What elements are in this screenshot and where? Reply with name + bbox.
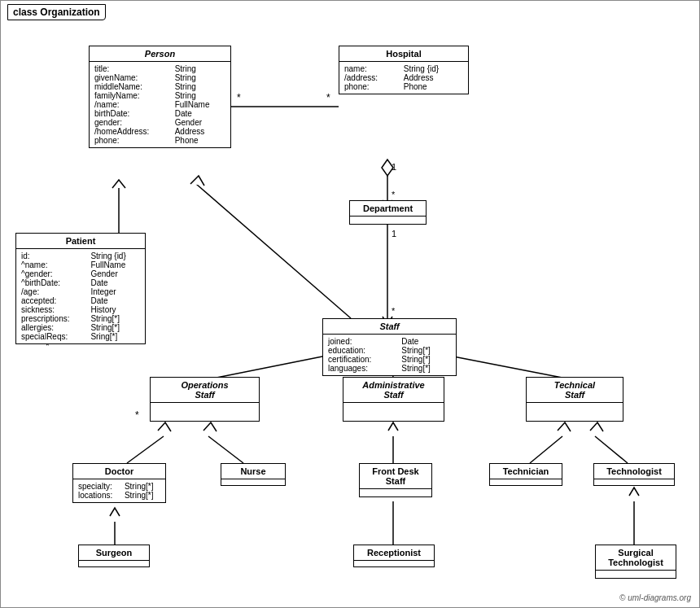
staff-title: Staff bbox=[323, 319, 456, 335]
receptionist-title: Receptionist bbox=[354, 545, 434, 561]
svg-text:*: * bbox=[392, 190, 396, 199]
doctor-box: Doctor specialty:String[*] locations:Str… bbox=[72, 463, 166, 503]
staff-attrs: joined:Date education:String[*] certific… bbox=[323, 335, 456, 375]
diagram-title: class Organization bbox=[7, 4, 106, 20]
department-box: Department bbox=[349, 200, 427, 225]
department-title: Department bbox=[350, 201, 426, 217]
svg-marker-4 bbox=[382, 160, 393, 176]
receptionist-box: Receptionist bbox=[353, 545, 435, 567]
person-box: Person title:String givenName:String mid… bbox=[89, 46, 231, 148]
surgeon-title: Surgeon bbox=[79, 545, 149, 561]
svg-line-11 bbox=[196, 184, 351, 318]
nurse-title: Nurse bbox=[221, 464, 285, 479]
hospital-box: Hospital name:String {id} /address:Addre… bbox=[339, 46, 469, 94]
svg-text:*: * bbox=[326, 92, 330, 103]
svg-line-16 bbox=[208, 436, 243, 463]
hospital-title: Hospital bbox=[339, 46, 468, 62]
copyright: © uml-diagrams.org bbox=[619, 593, 691, 602]
technologist-title: Technologist bbox=[594, 464, 674, 479]
doctor-title: Doctor bbox=[73, 464, 165, 479]
svg-line-19 bbox=[595, 436, 628, 463]
svg-text:1: 1 bbox=[392, 229, 396, 238]
patient-title: Patient bbox=[16, 234, 145, 249]
technical-staff-box: Technical Staff bbox=[526, 377, 623, 422]
nurse-box: Nurse bbox=[221, 463, 286, 486]
doctor-attrs: specialty:String[*] locations:String[*] bbox=[73, 479, 165, 502]
person-attrs: title:String givenName:String middleName… bbox=[90, 62, 230, 147]
operations-staff-box: Operations Staff bbox=[150, 377, 260, 422]
administrative-staff-title: Administrative Staff bbox=[343, 378, 444, 403]
front-desk-staff-box: Front Desk Staff bbox=[359, 463, 432, 497]
svg-text:*: * bbox=[392, 306, 396, 316]
operations-staff-title: Operations Staff bbox=[151, 378, 259, 403]
technical-staff-title: Technical Staff bbox=[527, 378, 623, 403]
technician-box: Technician bbox=[489, 463, 562, 486]
patient-box: Patient id:String {id} ^name:FullName ^g… bbox=[15, 233, 146, 344]
surgical-technologist-box: Surgical Technologist bbox=[595, 545, 676, 579]
technologist-box: Technologist bbox=[593, 463, 675, 486]
svg-text:*: * bbox=[135, 409, 139, 421]
person-title: Person bbox=[90, 46, 230, 62]
administrative-staff-box: Administrative Staff bbox=[343, 377, 444, 422]
technician-title: Technician bbox=[490, 464, 562, 479]
svg-text:1: 1 bbox=[392, 162, 396, 172]
svg-text:*: * bbox=[237, 92, 241, 103]
surgeon-box: Surgeon bbox=[78, 545, 150, 567]
front-desk-staff-title: Front Desk Staff bbox=[360, 464, 431, 489]
staff-box: Staff joined:Date education:String[*] ce… bbox=[322, 318, 457, 376]
diagram-container: class Organization * * 1 * 1 * bbox=[0, 0, 700, 608]
svg-line-15 bbox=[127, 436, 164, 463]
svg-line-18 bbox=[530, 436, 562, 463]
patient-attrs: id:String {id} ^name:FullName ^gender:Ge… bbox=[16, 249, 145, 343]
surgical-technologist-title: Surgical Technologist bbox=[596, 545, 676, 571]
hospital-attrs: name:String {id} /address:Address phone:… bbox=[339, 62, 468, 94]
